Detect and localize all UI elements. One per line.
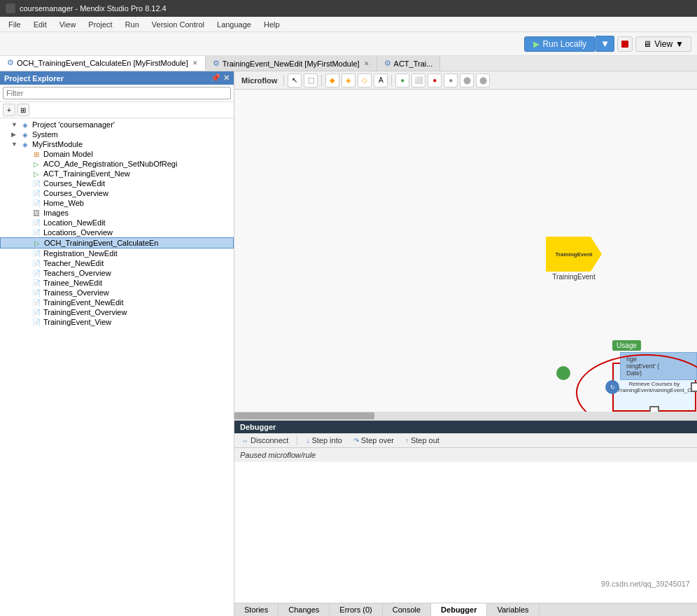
canvas-scroll-thumb[interactable] xyxy=(234,412,374,419)
frame-tool[interactable]: ⬜ xyxy=(411,74,425,88)
menu-run[interactable]: Run xyxy=(120,19,145,30)
right-panel: Microflow ↖ ⬚ ◆ ◈ ◇ A ● ⬜ ● ● ⬤ ⬤ xyxy=(234,71,697,616)
menu-help[interactable]: Help xyxy=(258,19,286,30)
pin-icon[interactable]: 📌 xyxy=(211,74,220,83)
tree-item-project[interactable]: ▼ ◈ Project 'coursemanager' xyxy=(0,120,234,130)
stop-button[interactable] xyxy=(617,36,633,52)
main-toolbar: ▶ Run Locally ▼ 🖥 View ▼ xyxy=(0,32,697,56)
tree-item-act[interactable]: ▷ ACT_TrainingEvent_New xyxy=(0,169,234,178)
tree-item-images[interactable]: 🖼 Images xyxy=(0,208,234,218)
menu-bar: File Edit View Project Run Version Contr… xyxy=(0,17,697,32)
tab-close-1[interactable]: ✕ xyxy=(364,60,369,67)
tree-item-trainee-newedit[interactable]: 📄 Trainee_NewEdit xyxy=(0,278,234,288)
expand-icon-system: ▶ xyxy=(11,131,18,138)
menu-view[interactable]: View xyxy=(54,19,82,30)
select-tool[interactable]: ⬚ xyxy=(304,74,318,88)
project-icon: ◈ xyxy=(20,121,30,129)
bottom-tab-stories[interactable]: Stories xyxy=(234,603,279,616)
title-bar: coursemanager - Mendix Studio Pro 8.12.4 xyxy=(0,0,697,17)
dot-tool[interactable]: ⬤ xyxy=(460,74,474,88)
search-box xyxy=(0,85,234,102)
bottom-tab-variables[interactable]: Variables xyxy=(487,603,539,616)
anchor-right xyxy=(691,382,697,392)
stop-icon xyxy=(621,41,628,48)
cursor-tool[interactable]: ↖ xyxy=(288,74,302,88)
tree-item-home-web[interactable]: 📄 Home_Web xyxy=(0,198,234,208)
debugger-toolbar: ↔ Disconnect ↓ Step into ↷ Step over ↑ xyxy=(234,433,697,448)
run-locally-dropdown[interactable]: ▼ xyxy=(596,36,614,52)
text-tool[interactable]: A xyxy=(374,74,388,88)
merge-tool[interactable]: ◇ xyxy=(358,74,372,88)
start-event-tool[interactable]: ● xyxy=(395,74,409,88)
close-panel-icon[interactable]: ✕ xyxy=(223,74,230,83)
bottom-tab-debugger[interactable]: Debugger xyxy=(431,603,487,616)
tree-item-system[interactable]: ▶ ◈ System xyxy=(0,130,234,139)
mf-icon-act: ▷ xyxy=(31,170,41,178)
tree-item-domain-model[interactable]: ⊞ Domain Model xyxy=(0,149,234,159)
step-out-button[interactable]: ↑ Step out xyxy=(402,435,442,445)
tree-item-location-newedit[interactable]: 📄 Location_NewEdit xyxy=(0,218,234,227)
tree-item-myfirstmodule[interactable]: ▼ ◈ MyFirstModule xyxy=(0,139,234,149)
canvas-area[interactable]: TrainingEvent TrainingEvent ↻ Retrieve C… xyxy=(234,90,697,420)
menu-file[interactable]: File xyxy=(3,19,27,30)
diamond-tool[interactable]: ◆ xyxy=(325,74,339,88)
bottom-tab-console[interactable]: Console xyxy=(383,603,431,616)
menu-edit[interactable]: Edit xyxy=(28,19,52,30)
disconnect-button[interactable]: ↔ Disconnect xyxy=(239,435,291,445)
add-button[interactable]: + xyxy=(3,104,15,116)
bottom-tab-errors[interactable]: Errors (0) xyxy=(330,603,382,616)
training-event-node[interactable]: TrainingEvent TrainingEvent xyxy=(546,237,602,281)
tree-item-och-training[interactable]: ▷ OCH_TrainingEvent_CalculateEn xyxy=(0,237,234,248)
tree-item-trainingevent-newedit[interactable]: 📄 TrainingEvent_NewEdit xyxy=(0,298,234,307)
page-icon-co: 📄 xyxy=(31,190,41,197)
flow-start-event[interactable] xyxy=(556,366,570,380)
tree-item-trainingevent-view[interactable]: 📄 TrainingEvent_View xyxy=(0,317,234,327)
canvas-scrollbar[interactable] xyxy=(234,412,697,420)
circle-tool[interactable]: ● xyxy=(428,74,442,88)
tab-close-0[interactable]: ✕ xyxy=(192,59,198,66)
images-icon: 🖼 xyxy=(31,209,41,217)
microflow-label: Microflow xyxy=(239,76,280,85)
tab-och-training[interactable]: ⚙ OCH_TrainingEvent_CalculateEn [MyFirst… xyxy=(0,56,206,71)
step-out-icon: ↑ xyxy=(405,437,409,444)
training-event-label: TrainingEvent xyxy=(546,273,602,281)
tree-item-trainingevent-overview[interactable]: 📄 TrainingEvent_Overview xyxy=(0,307,234,317)
tree-item-aco[interactable]: ▷ ACO_Ade_Registration_SetNubOfRegi xyxy=(0,159,234,169)
sidebar-item-teachers-overview[interactable]: 📄 Teachers_Overview xyxy=(0,268,234,278)
grey-circle-tool[interactable]: ● xyxy=(444,74,458,88)
toolbar-separator-1 xyxy=(283,75,284,86)
menu-version-control[interactable]: Version Control xyxy=(146,19,210,30)
tree-item-teacher-newedit[interactable]: 📄 Teacher_NewEdit xyxy=(0,258,234,268)
training-event-shape[interactable]: TrainingEvent xyxy=(546,237,602,272)
tree-item-trainess-overview[interactable]: 📄 Trainess_Overview xyxy=(0,288,234,298)
extra-tool[interactable]: ⬤ xyxy=(476,74,490,88)
toolbar-separator-3 xyxy=(391,75,392,86)
usage-badge: Usage xyxy=(612,340,641,351)
system-icon: ◈ xyxy=(20,131,30,139)
tab-training-newedit[interactable]: ⚙ TrainingEvent_NewEdit [MyFirstModule] … xyxy=(206,56,377,71)
app-icon xyxy=(6,4,15,13)
step-into-button[interactable]: ↓ Step into xyxy=(303,435,344,445)
bottom-tab-changes[interactable]: Changes xyxy=(279,603,330,616)
tree-item-registration-newedit[interactable]: 📄 Registration_NewEdit xyxy=(0,248,234,258)
tree-item-courses-newedit[interactable]: 📄 Courses_NewEdit xyxy=(0,178,234,188)
search-input[interactable] xyxy=(3,87,231,99)
sidebar-item-locations-overview[interactable]: 📄 Locations_Overview xyxy=(0,227,234,237)
chevron-down-icon: ▼ xyxy=(675,39,684,49)
tree-toolbar: + ⊞ xyxy=(0,102,234,118)
page-icon-teo: 📄 xyxy=(31,309,41,316)
split-tool[interactable]: ◈ xyxy=(342,74,355,88)
mf-icon-och: ▷ xyxy=(32,239,42,247)
tree-item-courses-overview[interactable]: 📄 Courses_Overview xyxy=(0,188,234,198)
toolbar-separator-2 xyxy=(321,75,322,86)
view-button[interactable]: 🖥 View ▼ xyxy=(635,36,691,52)
menu-project[interactable]: Project xyxy=(83,19,118,30)
main-layout: Project Explorer 📌 ✕ + ⊞ ▼ ◈ Project 'co… xyxy=(0,71,697,616)
menu-language[interactable]: Language xyxy=(211,19,257,30)
module-icon: ◈ xyxy=(20,141,30,148)
step-over-button[interactable]: ↷ Step over xyxy=(351,435,397,445)
panel-title: Project Explorer xyxy=(4,74,64,83)
tab-act-trai[interactable]: ⚙ ACT_Trai... xyxy=(377,56,441,71)
run-locally-button[interactable]: ▶ Run Locally xyxy=(524,36,596,52)
expand-all-button[interactable]: ⊞ xyxy=(17,104,29,116)
